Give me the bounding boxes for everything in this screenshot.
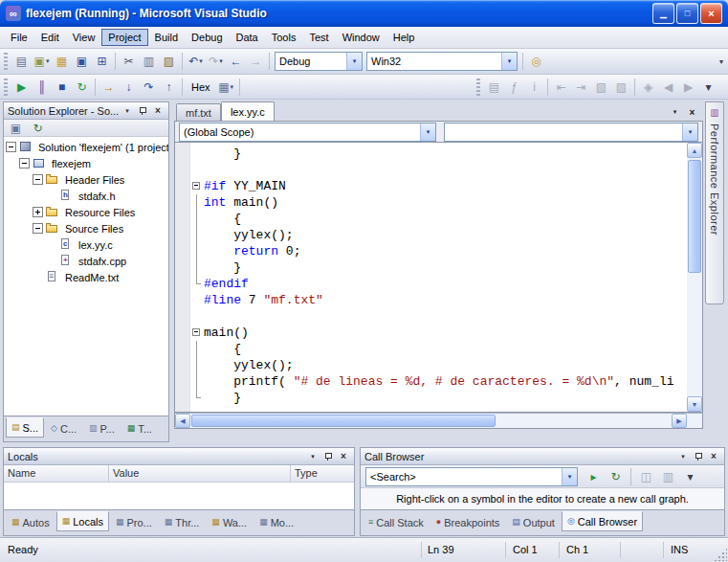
save-all-icon[interactable]: ⊞	[92, 52, 112, 72]
expand-icon[interactable]	[33, 207, 43, 217]
locals-grid-body[interactable]	[4, 483, 354, 509]
locals-titlebar[interactable]: Locals ▾ ×	[4, 448, 354, 465]
add-new-item-icon[interactable]: ▣▾	[32, 52, 52, 72]
close-button[interactable]: ×	[700, 3, 722, 24]
scroll-right-icon[interactable]: ▶	[672, 414, 687, 428]
auto-hide-pin-icon[interactable]	[692, 450, 705, 462]
step-over-icon[interactable]: ↷	[139, 77, 159, 97]
prev-bookmark-icon[interactable]: ◀	[658, 77, 678, 97]
search-combo[interactable]: <Search>▾	[365, 467, 578, 486]
step-into-icon[interactable]: ↓	[119, 77, 139, 97]
toggle-details-icon[interactable]: ▥	[658, 466, 678, 486]
menu-item-data[interactable]: Data	[230, 29, 265, 46]
comment-out-icon[interactable]: ▧	[591, 77, 611, 97]
paste-icon[interactable]: ▨	[159, 52, 179, 72]
vertical-scroll-thumb[interactable]	[688, 160, 701, 273]
stop-debugging-icon[interactable]: ■	[52, 77, 72, 97]
undo-icon[interactable]: ↶▾	[186, 52, 206, 72]
tree-item[interactable]: Solution 'flexejem' (1 project)	[4, 139, 168, 155]
dropdown-arrow-icon[interactable]: ▾	[346, 53, 362, 70]
increase-indent-icon[interactable]: ⇥	[571, 77, 591, 97]
solution-config-combo[interactable]: Debug▾	[275, 52, 363, 71]
scroll-up-icon[interactable]: ▲	[687, 143, 702, 158]
code-editor[interactable]: }#if YY_MAINint main() { yylex(); return…	[174, 142, 703, 413]
memory-window-icon[interactable]: ▦▾	[216, 77, 236, 97]
tree-item[interactable]: Header Files	[4, 171, 168, 188]
scope-combo[interactable]: (Global Scope) ▾	[179, 123, 436, 142]
tab-autos[interactable]: ▦Autos	[6, 512, 55, 532]
horizontal-scrollbar[interactable]: ◀ ▶	[174, 413, 703, 429]
copy-icon[interactable]: ▥	[139, 52, 159, 72]
search-go-icon[interactable]: ▸	[584, 466, 604, 486]
dropdown-arrow-icon[interactable]: ▾	[562, 468, 577, 485]
refresh-icon[interactable]: ↻	[606, 466, 626, 486]
tree-item[interactable]: stdafx.cpp	[4, 253, 168, 269]
dropdown-arrow-icon[interactable]: ▾	[501, 53, 517, 70]
break-all-icon[interactable]: ║	[32, 77, 52, 97]
menu-item-tools[interactable]: Tools	[265, 29, 303, 46]
navigate-backward-icon[interactable]: ←	[226, 52, 246, 72]
tab-call-stack[interactable]: ≡Call Stack	[363, 512, 430, 532]
tab-output[interactable]: ▤Output	[506, 512, 561, 532]
tab-p-[interactable]: ▥P...	[83, 418, 121, 438]
window-menu-icon[interactable]: ▾	[121, 104, 134, 117]
tree-item[interactable]: flexejem	[4, 155, 168, 171]
collapse-icon[interactable]	[33, 174, 43, 185]
cut-icon[interactable]: ✂	[119, 52, 139, 72]
minimize-button[interactable]: ▁	[652, 3, 674, 24]
auto-hide-pin-icon[interactable]	[321, 450, 335, 462]
close-document-icon[interactable]: ×	[685, 105, 699, 119]
tab-breakpoints[interactable]: ●Breakpoints	[430, 512, 506, 532]
horizontal-scroll-thumb[interactable]	[191, 415, 496, 427]
maximize-button[interactable]: □	[676, 3, 698, 24]
menu-item-build[interactable]: Build	[148, 29, 185, 46]
close-panel-icon[interactable]: ×	[707, 450, 720, 462]
tab-t-[interactable]: ▦T...	[121, 418, 158, 438]
document-tab-lex-yy-c[interactable]: lex.yy.c	[221, 101, 275, 121]
restart-icon[interactable]: ↻	[72, 77, 92, 97]
indicator-margin[interactable]	[175, 143, 190, 412]
toolbar-grip[interactable]	[4, 79, 8, 96]
code-area[interactable]: }#if YY_MAINint main() { yylex(); return…	[190, 143, 687, 412]
fold-collapse-icon[interactable]	[190, 325, 204, 341]
fold-collapse-icon[interactable]	[190, 178, 204, 194]
menu-item-debug[interactable]: Debug	[185, 29, 229, 46]
tab-s-[interactable]: ▤S...	[6, 417, 44, 438]
menu-item-test[interactable]: Test	[302, 29, 335, 46]
scroll-left-icon[interactable]: ◀	[175, 414, 190, 428]
toolbar-grip[interactable]	[4, 53, 8, 70]
vertical-scrollbar[interactable]: ▲ ▼	[687, 143, 702, 412]
toggle-bookmark-icon[interactable]: ◈	[638, 77, 658, 97]
toolbar-options-icon[interactable]: ▾	[680, 466, 700, 486]
tab-c-[interactable]: ◇C...	[45, 418, 82, 438]
toolbar-grip[interactable]	[476, 79, 480, 96]
tree-item[interactable]: stdafx.h	[4, 188, 168, 204]
platform-combo[interactable]: Win32▾	[366, 52, 518, 71]
member-list-icon[interactable]: ▤	[484, 77, 504, 97]
window-menu-icon[interactable]: ▾	[676, 450, 690, 462]
uncomment-icon[interactable]: ▨	[611, 77, 631, 97]
show-next-statement-icon[interactable]: →	[99, 77, 119, 97]
file-list-dropdown-icon[interactable]: ▾	[668, 105, 682, 119]
auto-hide-pin-icon[interactable]	[136, 104, 149, 117]
tab-mo-[interactable]: ▦Mo...	[254, 512, 299, 532]
document-tab-mf-txt[interactable]: mf.txt	[176, 103, 221, 121]
step-out-icon[interactable]: ↑	[159, 77, 179, 97]
next-bookmark-icon[interactable]: ▶	[678, 77, 698, 97]
parameter-info-icon[interactable]: ƒ	[504, 77, 524, 97]
column-header-name[interactable]: Name	[4, 465, 109, 482]
member-combo[interactable]: ▾	[444, 123, 698, 142]
tab-pro-[interactable]: ▦Pro...	[110, 512, 158, 532]
window-menu-icon[interactable]: ▾	[306, 450, 320, 462]
tree-item[interactable]: Source Files	[4, 220, 168, 236]
tree-item[interactable]: Resource Files	[4, 204, 168, 220]
save-icon[interactable]: ▣	[72, 52, 92, 72]
close-panel-icon[interactable]: ×	[151, 104, 165, 117]
decrease-indent-icon[interactable]: ⇤	[551, 77, 571, 97]
hex-toggle-button[interactable]: Hex	[186, 79, 216, 95]
show-call-graph-icon[interactable]: ◫	[636, 466, 656, 486]
collapse-icon[interactable]	[6, 142, 16, 152]
menu-item-file[interactable]: File	[4, 29, 34, 46]
toolbar-options-icon[interactable]: ▾	[698, 77, 718, 97]
new-project-icon[interactable]: ▤	[11, 52, 32, 72]
